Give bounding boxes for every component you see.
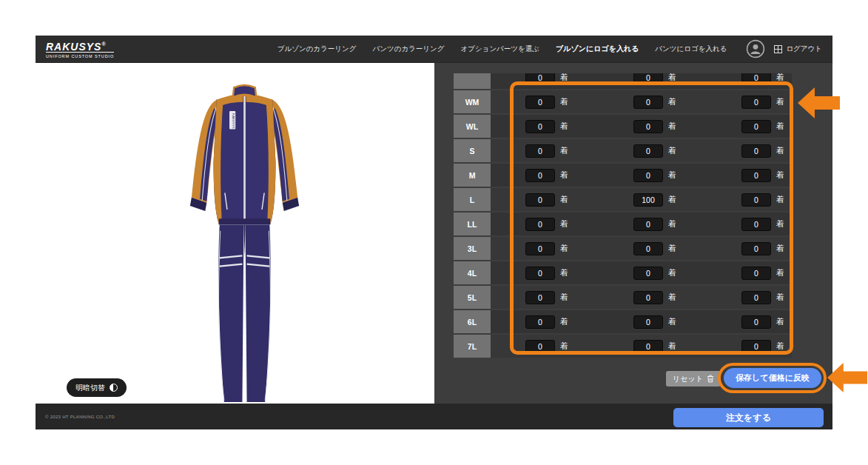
size-row-body: 着 着 着 (491, 335, 792, 358)
unit-label: 着 (560, 146, 568, 156)
quantity-input[interactable] (633, 218, 663, 231)
quantity-input[interactable] (525, 218, 555, 231)
quantity-input[interactable] (525, 96, 555, 109)
annotation-arrow-save (827, 362, 867, 393)
quantity-group: 着 (741, 73, 784, 84)
size-row: 着 着 着 (454, 73, 792, 89)
unit-label: 着 (668, 268, 676, 278)
quantity-group: 着 (525, 144, 633, 158)
quantity-group: 着 (633, 315, 741, 329)
quantity-input[interactable] (633, 120, 663, 133)
size-row: S 着 着 着 (454, 139, 792, 162)
unit-label: 着 (668, 317, 676, 327)
unit-label: 着 (560, 268, 568, 278)
nav-item[interactable]: オプションパーツを選ぶ (461, 44, 540, 54)
quantity-input[interactable] (741, 73, 771, 84)
toggle-label: 明暗切替 (75, 383, 105, 393)
quantity-input[interactable] (525, 193, 555, 207)
unit-label: 着 (560, 121, 568, 132)
quantity-group: 着 (741, 291, 784, 304)
reset-button[interactable]: リセット (666, 371, 721, 387)
unit-label: 着 (776, 292, 784, 303)
quantity-input[interactable] (741, 242, 771, 255)
quantity-input[interactable] (741, 291, 771, 304)
quantity-group: 着 (525, 73, 633, 84)
quantity-input[interactable] (633, 193, 663, 207)
trash-icon (707, 375, 714, 383)
unit-label: 着 (776, 317, 784, 327)
unit-label: 着 (560, 219, 568, 230)
quantity-group: 着 (525, 315, 633, 329)
size-row: LL 着 着 着 (454, 213, 792, 235)
unit-label: 着 (668, 219, 676, 230)
unit-label: 着 (776, 341, 784, 352)
quantity-input[interactable] (525, 73, 555, 84)
quantity-input[interactable] (633, 242, 663, 255)
footer-bar: © 2023 HT PLANNING CO.,LTD 注文をする (36, 404, 832, 429)
save-to-price-button[interactable]: 保存して価格に反映 (724, 368, 821, 388)
quantity-input[interactable] (633, 340, 663, 353)
unit-label: 着 (560, 292, 568, 303)
size-row-body: 着 着 着 (491, 213, 792, 235)
light-dark-toggle-button[interactable]: 明暗切替 (67, 378, 127, 397)
quantity-group: 着 (741, 242, 784, 255)
quantity-input[interactable] (525, 120, 555, 133)
quantity-input[interactable] (741, 315, 771, 329)
nav-item[interactable]: パンツにロゴを入れる (655, 44, 727, 54)
quantity-group: 着 (741, 267, 784, 280)
contrast-icon (110, 384, 118, 392)
quantity-group: 着 (633, 291, 741, 304)
size-label: WL (454, 115, 491, 138)
quantity-group: 着 (525, 242, 633, 255)
quantity-input[interactable] (741, 267, 771, 280)
unit-label: 着 (668, 73, 676, 83)
user-avatar-icon[interactable] (746, 39, 765, 58)
quantity-input[interactable] (633, 144, 663, 158)
unit-label: 着 (776, 73, 784, 83)
nav-item[interactable]: ブルゾンのカラーリング (277, 44, 357, 54)
quantity-input[interactable] (633, 291, 663, 304)
quantity-input[interactable] (633, 169, 663, 182)
quantity-group: 着 (525, 169, 633, 182)
quantity-input[interactable] (525, 315, 555, 329)
quantity-input[interactable] (525, 144, 555, 158)
size-table: 着 着 着 WM 着 着 着 (454, 73, 792, 359)
size-row: M 着 着 着 (454, 164, 792, 187)
size-label: M (454, 164, 491, 187)
logout-button[interactable]: ログアウト (774, 44, 822, 54)
nav-item[interactable]: ブルゾンにロゴを入れる (556, 44, 639, 54)
quantity-input[interactable] (633, 315, 663, 329)
quantity-input[interactable] (741, 120, 771, 133)
garment-preview-image: RAKUSYS (169, 79, 320, 405)
quantity-input[interactable] (525, 242, 555, 255)
unit-label: 着 (560, 73, 568, 83)
quantity-input[interactable] (741, 144, 771, 158)
copyright-text: © 2023 HT PLANNING CO.,LTD (45, 415, 115, 419)
unit-label: 着 (776, 146, 784, 156)
quantity-group: 着 (633, 218, 741, 231)
quantity-input[interactable] (633, 73, 663, 84)
quantity-input[interactable] (633, 96, 663, 109)
quantity-input[interactable] (633, 267, 663, 280)
size-row: 3L 着 着 着 (454, 237, 792, 260)
quantity-group: 着 (741, 315, 784, 329)
quantity-group: 着 (633, 120, 741, 133)
quantity-group: 着 (633, 73, 741, 84)
quantity-input[interactable] (741, 340, 771, 353)
quantity-input[interactable] (525, 291, 555, 304)
user-area: ログアウト (746, 39, 822, 58)
nav-item[interactable]: パンツのカラーリング (372, 44, 444, 54)
quantity-input[interactable] (741, 96, 771, 109)
size-row-body: 着 着 着 (491, 188, 792, 211)
quantity-input[interactable] (741, 193, 771, 207)
quantity-input[interactable] (525, 340, 555, 353)
quantity-group: 着 (741, 169, 784, 182)
quantity-input[interactable] (741, 169, 771, 182)
quantity-input[interactable] (525, 267, 555, 280)
size-row-body: 着 着 着 (491, 90, 792, 113)
unit-label: 着 (668, 341, 676, 352)
quantity-input[interactable] (525, 169, 555, 182)
quantity-input[interactable] (741, 218, 771, 231)
unit-label: 着 (560, 170, 568, 181)
order-button[interactable]: 注文をする (673, 408, 824, 427)
